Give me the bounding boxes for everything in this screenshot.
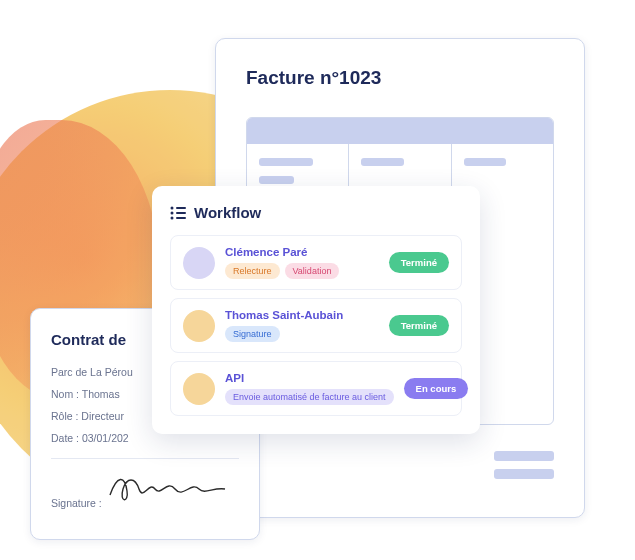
- invoice-title: Facture n°1023: [246, 67, 554, 89]
- workflow-card: Workflow Clémence ParéRelectureValidatio…: [152, 186, 480, 434]
- workflow-list-icon: [170, 206, 186, 220]
- svg-point-4: [171, 216, 174, 219]
- avatar: [183, 247, 215, 279]
- svg-rect-1: [176, 207, 186, 209]
- workflow-item[interactable]: Thomas Saint-AubainSignatureTerminé: [170, 298, 462, 353]
- svg-point-0: [171, 206, 174, 209]
- invoice-totals: [494, 451, 554, 487]
- svg-point-2: [171, 211, 174, 214]
- status-badge: Terminé: [389, 252, 449, 273]
- signature-label: Signature :: [51, 497, 102, 509]
- workflow-item[interactable]: Clémence ParéRelectureValidationTerminé: [170, 235, 462, 290]
- workflow-item-name: Clémence Paré: [225, 246, 379, 258]
- status-badge: En cours: [404, 378, 469, 399]
- workflow-tag: Signature: [225, 326, 280, 342]
- status-badge: Terminé: [389, 315, 449, 336]
- workflow-item-name: Thomas Saint-Aubain: [225, 309, 379, 321]
- contract-signature-row: Signature :: [51, 467, 239, 509]
- workflow-item[interactable]: APIEnvoie automatisé de facture au clien…: [170, 361, 462, 416]
- avatar: [183, 373, 215, 405]
- workflow-item-name: API: [225, 372, 394, 384]
- avatar: [183, 310, 215, 342]
- signature-icon: [105, 497, 235, 509]
- svg-rect-3: [176, 212, 186, 214]
- workflow-title: Workflow: [194, 204, 261, 221]
- svg-rect-5: [176, 217, 186, 219]
- workflow-tag: Envoie automatisé de facture au client: [225, 389, 394, 405]
- workflow-tag: Validation: [285, 263, 340, 279]
- invoice-table-header: [247, 118, 553, 144]
- workflow-tag: Relecture: [225, 263, 280, 279]
